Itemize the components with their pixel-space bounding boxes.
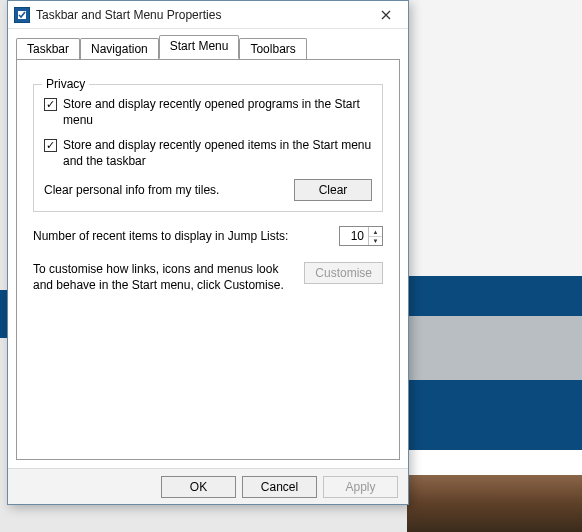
tab-toolbars[interactable]: Toolbars bbox=[239, 38, 306, 60]
app-icon bbox=[14, 7, 30, 23]
store-items-label: Store and display recently opened items … bbox=[63, 138, 372, 169]
background-region bbox=[407, 276, 582, 316]
tab-content-start-menu: Privacy Store and display recently opene… bbox=[16, 59, 400, 460]
spinner-up[interactable]: ▲ bbox=[369, 227, 382, 237]
privacy-group-title: Privacy bbox=[42, 77, 89, 91]
customise-row: To customise how links, icons and menus … bbox=[33, 262, 383, 293]
properties-dialog: Taskbar and Start Menu Properties Taskba… bbox=[7, 0, 409, 505]
jumplist-label: Number of recent items to display in Jum… bbox=[33, 229, 339, 243]
store-programs-label: Store and display recently opened progra… bbox=[63, 97, 372, 128]
spinner-buttons: ▲ ▼ bbox=[368, 227, 382, 245]
clear-button[interactable]: Clear bbox=[294, 179, 372, 201]
titlebar: Taskbar and Start Menu Properties bbox=[8, 1, 408, 29]
store-programs-checkbox[interactable] bbox=[44, 98, 57, 111]
tabstrip: Taskbar Navigation Start Menu Toolbars bbox=[8, 29, 408, 59]
window-title: Taskbar and Start Menu Properties bbox=[36, 8, 370, 22]
jumplist-spinner: ▲ ▼ bbox=[339, 226, 383, 246]
store-items-row: Store and display recently opened items … bbox=[44, 138, 372, 169]
clear-tiles-label: Clear personal info from my tiles. bbox=[44, 183, 294, 197]
background-region bbox=[407, 0, 582, 276]
background-region bbox=[407, 475, 582, 532]
ok-button[interactable]: OK bbox=[161, 476, 236, 498]
cancel-button[interactable]: Cancel bbox=[242, 476, 317, 498]
privacy-group: Privacy Store and display recently opene… bbox=[33, 84, 383, 212]
store-programs-row: Store and display recently opened progra… bbox=[44, 97, 372, 128]
dialog-footer: OK Cancel Apply bbox=[8, 468, 408, 504]
close-icon bbox=[381, 10, 391, 20]
close-button[interactable] bbox=[370, 5, 402, 25]
jumplist-row: Number of recent items to display in Jum… bbox=[33, 226, 383, 246]
background-region bbox=[407, 316, 582, 380]
clear-tiles-row: Clear personal info from my tiles. Clear bbox=[44, 179, 372, 201]
jumplist-input[interactable] bbox=[340, 227, 368, 245]
spinner-down[interactable]: ▼ bbox=[369, 237, 382, 246]
tab-taskbar[interactable]: Taskbar bbox=[16, 38, 80, 60]
background-region bbox=[407, 380, 582, 450]
store-items-checkbox[interactable] bbox=[44, 139, 57, 152]
tab-navigation[interactable]: Navigation bbox=[80, 38, 159, 60]
apply-button[interactable]: Apply bbox=[323, 476, 398, 498]
customise-hint: To customise how links, icons and menus … bbox=[33, 262, 294, 293]
customise-button[interactable]: Customise bbox=[304, 262, 383, 284]
tab-start-menu[interactable]: Start Menu bbox=[159, 35, 240, 59]
